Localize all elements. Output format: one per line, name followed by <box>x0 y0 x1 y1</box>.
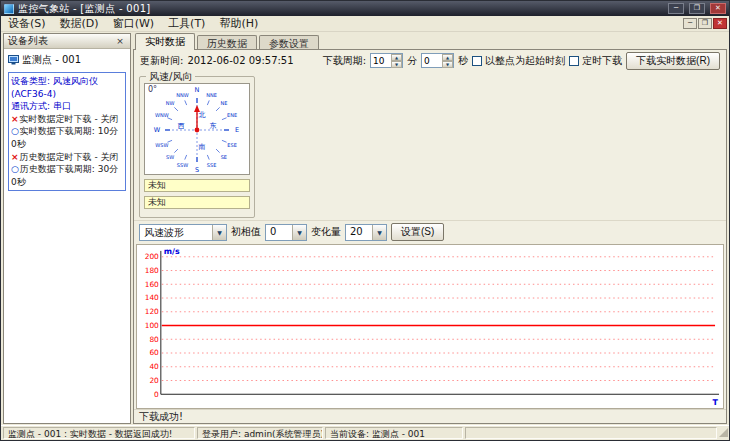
close-icon[interactable]: ✕ <box>710 3 726 14</box>
spin-down-icon[interactable]: ▼ <box>391 61 402 68</box>
closed-mark-icon: × <box>11 114 19 124</box>
panel-close-icon[interactable]: × <box>114 36 126 46</box>
start-on-hour-label: 以整点为起始时刻 <box>485 54 565 68</box>
closed-mark-icon: × <box>11 152 19 162</box>
spin-up-icon[interactable]: ▲ <box>391 54 402 61</box>
download-controls: 下载周期: ▲ ▼ 分 ▲ ▼ <box>323 52 720 70</box>
svg-text:40: 40 <box>149 362 159 371</box>
seconds-unit-label: 秒 <box>458 54 468 68</box>
start-on-hour-option: 以整点为起始时刻 <box>472 54 565 68</box>
chevron-down-icon[interactable]: ▼ <box>372 225 386 240</box>
wind-compass: 0° NNNENEENEEESESESSESSSWSWWSWWWNWNWNNW北… <box>144 83 250 175</box>
delta-select[interactable]: 20 ▼ <box>345 224 387 241</box>
svg-text:200: 200 <box>145 252 159 261</box>
app-window: 监控气象站 - [监测点 - 001] ─ ❐ ✕ 设备(S) 数据(D) 窗口… <box>0 0 730 441</box>
main-area: 实时数据 历史数据 参数设置 更新时间: 2012-06-02 09:57:51… <box>133 33 727 424</box>
device-info-line: ×历史数据定时下载 - 关闭 <box>11 151 123 164</box>
waveform-select-value: 风速波形 <box>140 225 212 240</box>
seconds-stepper: ▲ ▼ <box>421 53 454 68</box>
device-list-header: 设备列表 × <box>4 34 130 49</box>
seconds-input[interactable] <box>422 54 442 67</box>
svg-text:m/s: m/s <box>164 247 180 256</box>
wind-groupbox: 风速/风向 0° NNNENEENEEESESESSESSSWSWWSWWWNW… <box>139 76 255 218</box>
wind-direction-value: 未知 <box>144 196 250 209</box>
chevron-down-icon[interactable]: ▼ <box>292 225 306 240</box>
svg-text:S: S <box>195 166 199 174</box>
download-realtime-button[interactable]: 下载实时数据(R) <box>626 52 720 70</box>
timed-download-option: 定时下载 <box>569 54 622 68</box>
device-info-line: ○实时数据下载周期: 10分 0秒 <box>11 125 123 150</box>
chart-toolbar: 风速波形 ▼ 初相值 0 ▼ 变化量 20 ▼ 设置(S) <box>134 220 726 243</box>
period-mark-icon: ○ <box>11 126 19 136</box>
chevron-down-icon[interactable]: ▼ <box>212 225 226 240</box>
resize-grip[interactable] <box>719 428 728 437</box>
tree-node-device[interactable]: 监测点 - 001 <box>6 52 128 68</box>
svg-text:20: 20 <box>149 376 159 385</box>
minutes-unit-label: 分 <box>407 54 417 68</box>
menu-help[interactable]: 帮助(H) <box>212 15 265 32</box>
device-info-line: ×实时数据定时下载 - 关闭 <box>11 113 123 126</box>
phase-select[interactable]: 0 ▼ <box>265 224 307 241</box>
svg-text:NNE: NNE <box>206 92 217 98</box>
device-info-line: 设备类型: 风速风向仪(ACF36-4) <box>11 75 123 100</box>
svg-text:120: 120 <box>145 307 159 316</box>
download-status-text: 下载成功! <box>139 410 183 424</box>
wind-speed-value: 未知 <box>144 179 250 192</box>
waveform-select[interactable]: 风速波形 ▼ <box>139 224 227 241</box>
svg-text:SE: SE <box>221 154 227 160</box>
minimize-icon[interactable]: ─ <box>668 3 684 14</box>
menu-tools[interactable]: 工具(T) <box>161 15 212 32</box>
mdi-close-icon[interactable]: ✕ <box>713 18 727 29</box>
svg-text:WSW: WSW <box>155 142 168 148</box>
device-info-box: 设备类型: 风速风向仪(ACF36-4) 通讯方式: 串口 ×实时数据定时下载 … <box>8 72 126 191</box>
svg-text:NNW: NNW <box>176 92 188 98</box>
tab-parameter-settings[interactable]: 参数设置 <box>259 35 319 50</box>
menu-window[interactable]: 窗口(W) <box>106 15 161 32</box>
timed-download-label: 定时下载 <box>582 54 622 68</box>
statusbar-filler <box>465 427 717 439</box>
svg-text:140: 140 <box>145 294 159 303</box>
statusbar: 监测点 - 001 : 实时数据 - 数据返回成功! 登录用户: admin(系… <box>1 425 729 440</box>
svg-text:0: 0 <box>154 390 159 399</box>
menubar: 设备(S) 数据(D) 窗口(W) 工具(T) 帮助(H) ─ ❐ ✕ <box>1 16 729 32</box>
delta-label: 变化量 <box>311 225 341 239</box>
chart-plot: 020406080100120140160180200m/sT <box>137 245 723 408</box>
statusbar-message: 监测点 - 001 : 实时数据 - 数据返回成功! <box>3 427 195 439</box>
phase-label: 初相值 <box>231 225 261 239</box>
menu-device[interactable]: 设备(S) <box>1 15 53 32</box>
period-mark-icon: ○ <box>11 164 19 174</box>
spin-up-icon[interactable]: ▲ <box>442 54 453 61</box>
svg-text:SSE: SSE <box>207 162 217 168</box>
app-icon <box>4 4 14 14</box>
svg-text:西: 西 <box>178 122 185 130</box>
computer-icon <box>8 55 19 65</box>
wind-group-title: 风速/风向 <box>146 70 195 84</box>
svg-text:E: E <box>235 126 239 134</box>
start-on-hour-checkbox[interactable] <box>472 56 482 66</box>
mdi-controls: ─ ❐ ✕ <box>683 18 729 29</box>
download-toolbar: 更新时间: 2012-06-02 09:57:51 下载周期: ▲ ▼ 分 <box>134 50 726 71</box>
spin-down-icon[interactable]: ▼ <box>442 61 453 68</box>
svg-text:东: 东 <box>210 122 217 130</box>
svg-text:NE: NE <box>220 100 227 106</box>
svg-text:NW: NW <box>166 100 175 106</box>
svg-text:80: 80 <box>149 335 159 344</box>
maximize-icon[interactable]: ❐ <box>689 3 705 14</box>
tab-realtime-data[interactable]: 实时数据 <box>135 33 195 50</box>
svg-text:160: 160 <box>145 280 159 289</box>
compass-rose-icon: NNNENEENEEESESESSESSSWSWWSWWWNWNWNNW北南西东 <box>145 84 249 174</box>
timed-download-checkbox[interactable] <box>569 56 579 66</box>
mdi-minimize-icon[interactable]: ─ <box>683 18 697 29</box>
svg-text:100: 100 <box>145 321 159 330</box>
svg-text:南: 南 <box>199 143 206 151</box>
tab-history-data[interactable]: 历史数据 <box>197 35 257 50</box>
minutes-input[interactable] <box>371 54 391 67</box>
settings-button[interactable]: 设置(S) <box>391 223 444 241</box>
delta-select-value: 20 <box>346 225 372 240</box>
tree-node-label: 监测点 - 001 <box>22 53 81 67</box>
svg-text:WNW: WNW <box>155 112 169 118</box>
wind-direction-reading: 0° <box>148 85 157 94</box>
window-title: 监控气象站 - [监测点 - 001] <box>18 2 663 16</box>
mdi-restore-icon[interactable]: ❐ <box>698 18 712 29</box>
menu-data[interactable]: 数据(D) <box>53 15 106 32</box>
